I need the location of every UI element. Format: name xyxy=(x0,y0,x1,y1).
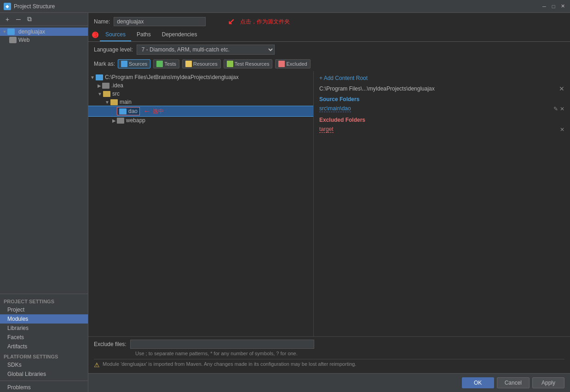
mark-testresources-label: Test Resources xyxy=(235,61,270,67)
sidebar-item-global-libraries[interactable]: Global Libraries xyxy=(0,369,88,379)
annotation-arrow5: ↙ xyxy=(228,17,235,27)
mark-testresources-button[interactable]: Test Resources xyxy=(224,59,273,68)
root-expand-arrow: ▼ xyxy=(90,75,95,80)
project-settings-header: Project Settings xyxy=(0,296,88,305)
annotation-3: ➌ xyxy=(92,31,98,40)
bottom-area: Exclude files: Use ; to separate name pa… xyxy=(88,336,570,373)
sidebar-item-modules[interactable]: Modules xyxy=(0,314,88,324)
file-tree-main[interactable]: ▼ main xyxy=(88,98,313,106)
content-root-path-text: C:\Program Files\...\myIdeaProjects\deng… xyxy=(319,85,435,92)
module-name: dengluajax xyxy=(18,28,45,35)
src-folder-icon xyxy=(103,91,110,97)
webapp-folder-icon xyxy=(117,118,124,124)
copy-module-button[interactable]: ⧉ xyxy=(25,15,34,24)
sidebar-item-artifacts[interactable]: Artifacts xyxy=(0,342,88,351)
file-tree-root[interactable]: ▼ C:\Program Files\JetBrains\myIdeaProje… xyxy=(88,73,313,81)
minimize-button[interactable]: ─ xyxy=(541,3,548,10)
annotation-4: ← xyxy=(144,107,151,115)
name-input[interactable] xyxy=(114,17,206,26)
testresources-icon xyxy=(227,61,233,67)
remove-module-button[interactable]: ─ xyxy=(14,15,23,24)
module-node-dengluajax[interactable]: ▼ dengluajax xyxy=(0,28,88,36)
file-tree-src[interactable]: ▼ src xyxy=(88,90,313,98)
mark-tests-button[interactable]: Tests xyxy=(153,59,179,68)
excluded-folder-path: target xyxy=(319,126,334,133)
mark-as-row: Mark as: Sources Tests Resources Test Re… xyxy=(88,57,570,71)
content-split: ▼ C:\Program Files\JetBrains\myIdeaProje… xyxy=(88,71,570,336)
excluded-folder-entry: target ✕ xyxy=(319,125,564,134)
sidebar-item-libraries[interactable]: Libraries xyxy=(0,324,88,333)
root-folder-icon xyxy=(96,74,103,80)
source-folder-path: src\main\dao xyxy=(319,105,351,112)
sidebar-item-sdks[interactable]: SDKs xyxy=(0,360,88,369)
apply-button[interactable]: Apply xyxy=(532,377,564,388)
app-icon: ◆ xyxy=(4,3,11,10)
main-folder-name: main xyxy=(120,99,132,105)
module-node-web[interactable]: Web xyxy=(0,36,88,44)
main-folder-icon xyxy=(110,99,118,105)
content-area: Name: ↙ 点击，作为源文件夹 ➌ Sources Paths Depend… xyxy=(88,13,570,392)
expand-arrow: ▼ xyxy=(2,29,7,34)
mark-tests-label: Tests xyxy=(164,61,176,67)
ok-button[interactable]: OK xyxy=(462,377,494,388)
module-tree: ▼ dengluajax Web xyxy=(0,26,88,292)
tests-icon xyxy=(156,61,163,67)
tab-sources[interactable]: Sources xyxy=(100,28,131,41)
sidebar-item-problems[interactable]: Problems xyxy=(0,383,88,392)
sidebar-divider2 xyxy=(0,381,88,381)
add-content-root-button[interactable]: + Add Content Root xyxy=(319,75,564,81)
name-row: Name: ↙ 点击，作为源文件夹 xyxy=(88,13,570,28)
dialog-buttons: OK Cancel Apply xyxy=(88,373,570,392)
tab-paths[interactable]: Paths xyxy=(131,28,156,41)
warning-icon: ⚠ xyxy=(94,361,100,369)
warning-row: ⚠ Module 'dengluajax' is imported from M… xyxy=(94,359,564,370)
src-expand-arrow: ▼ xyxy=(98,91,102,97)
tabs-row: ➌ Sources Paths Dependencies xyxy=(88,28,570,42)
root-path-text: C:\Program Files\JetBrains\myIdeaProject… xyxy=(105,74,239,80)
close-button[interactable]: ✕ xyxy=(559,3,566,10)
sidebar-item-project[interactable]: Project xyxy=(0,305,88,314)
lang-select[interactable]: 7 - Diamonds, ARM, multi-catch etc. xyxy=(137,45,275,55)
add-module-button[interactable]: + xyxy=(3,15,12,24)
web-module-icon xyxy=(9,37,17,43)
excluded-icon xyxy=(278,61,285,67)
content-root-close-button[interactable]: ✕ xyxy=(559,85,564,92)
module-folder-icon xyxy=(7,28,15,35)
mark-excluded-button[interactable]: Excluded xyxy=(275,59,310,68)
title-bar-text: Project Structure xyxy=(14,3,541,10)
file-tree-idea[interactable]: ▶ .idea xyxy=(88,81,313,90)
edit-source-folder-button[interactable]: ✎ xyxy=(553,106,558,112)
dao-wrapper: dao xyxy=(117,107,140,115)
annotation-selected: 选中 xyxy=(153,108,164,115)
exclude-files-row: Exclude files: xyxy=(94,340,564,349)
sidebar-toolbar: + ─ ⧉ xyxy=(0,13,88,26)
webapp-folder-name: webapp xyxy=(126,117,145,124)
remove-excluded-folder-button[interactable]: ✕ xyxy=(560,126,564,133)
remove-source-folder-button[interactable]: ✕ xyxy=(560,106,564,112)
name-label: Name: xyxy=(94,18,110,25)
cancel-button[interactable]: Cancel xyxy=(497,377,530,388)
maximize-button[interactable]: □ xyxy=(550,3,557,10)
dao-folder-name: dao xyxy=(128,108,138,114)
exclude-files-label: Exclude files: xyxy=(94,341,127,347)
platform-settings-header: Platform Settings xyxy=(0,351,88,360)
mark-excluded-label: Excluded xyxy=(286,61,307,67)
tab-dependencies[interactable]: Dependencies xyxy=(156,28,203,41)
source-folder-actions: ✎ ✕ xyxy=(553,106,564,112)
mark-sources-label: Sources xyxy=(129,61,147,67)
mark-resources-button[interactable]: Resources xyxy=(182,59,221,68)
file-tree-dao[interactable]: ▶ dao ← 选中 xyxy=(88,106,313,116)
file-tree-webapp[interactable]: ▶ webapp xyxy=(88,116,313,125)
mark-sources-button[interactable]: Sources xyxy=(118,59,150,68)
excluded-folders-title: Excluded Folders xyxy=(319,117,564,123)
exclude-hint-text: Use ; to separate name patterns, * for a… xyxy=(94,351,564,356)
sidebar: + ─ ⧉ ▼ dengluajax Web Project Settings … xyxy=(0,13,88,392)
content-root-path-row: C:\Program Files\...\myIdeaProjects\deng… xyxy=(319,85,564,92)
web-module-name: Web xyxy=(18,37,29,43)
sidebar-divider xyxy=(0,294,88,294)
idea-folder-icon xyxy=(102,83,109,89)
mark-resources-label: Resources xyxy=(193,61,218,67)
exclude-files-input[interactable] xyxy=(130,340,314,349)
sidebar-item-facets[interactable]: Facets xyxy=(0,333,88,342)
right-panel: + Add Content Root C:\Program Files\...\… xyxy=(314,71,570,336)
